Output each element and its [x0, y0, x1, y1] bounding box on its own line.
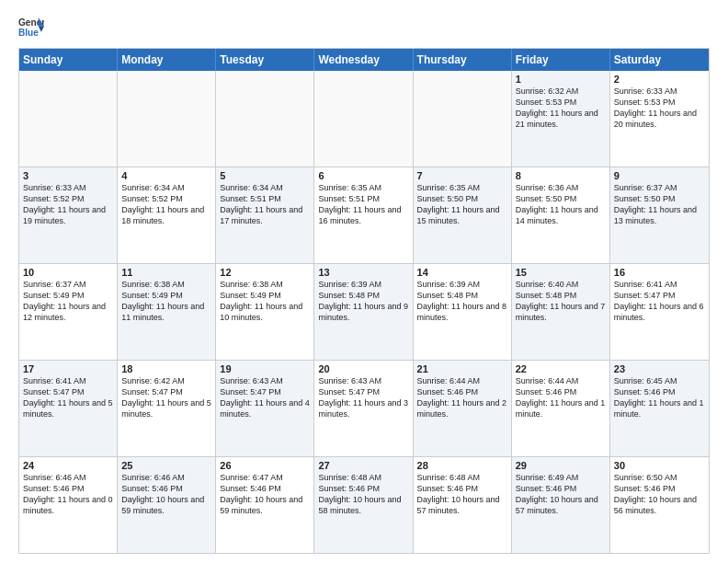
day-info: Sunrise: 6:49 AMSunset: 5:46 PMDaylight:… [516, 472, 606, 517]
day-number: 12 [220, 267, 310, 278]
header-day-friday: Friday [512, 49, 610, 71]
day-info: Sunrise: 6:47 AMSunset: 5:46 PMDaylight:… [220, 472, 310, 517]
day-info: Sunrise: 6:43 AMSunset: 5:47 PMDaylight:… [220, 375, 310, 420]
day-27: 27Sunrise: 6:48 AMSunset: 5:46 PMDayligh… [314, 457, 413, 553]
day-number: 3 [23, 170, 113, 181]
day-number: 14 [417, 267, 507, 278]
header-day-tuesday: Tuesday [216, 49, 314, 71]
empty-cell-0-1 [118, 71, 216, 167]
day-number: 6 [318, 170, 408, 181]
day-info: Sunrise: 6:48 AMSunset: 5:46 PMDaylight:… [417, 472, 507, 517]
day-12: 12Sunrise: 6:38 AMSunset: 5:49 PMDayligh… [216, 264, 314, 360]
day-info: Sunrise: 6:35 AMSunset: 5:51 PMDaylight:… [318, 182, 408, 227]
day-number: 8 [516, 170, 606, 181]
day-info: Sunrise: 6:38 AMSunset: 5:49 PMDaylight:… [121, 279, 211, 324]
day-18: 18Sunrise: 6:42 AMSunset: 5:47 PMDayligh… [118, 361, 216, 456]
day-info: Sunrise: 6:40 AMSunset: 5:48 PMDaylight:… [516, 279, 606, 324]
day-21: 21Sunrise: 6:44 AMSunset: 5:46 PMDayligh… [414, 361, 512, 456]
calendar-row-0: 1Sunrise: 6:32 AMSunset: 5:53 PMDaylight… [19, 71, 709, 167]
day-number: 23 [614, 363, 705, 374]
day-info: Sunrise: 6:50 AMSunset: 5:46 PMDaylight:… [614, 472, 705, 517]
day-29: 29Sunrise: 6:49 AMSunset: 5:46 PMDayligh… [512, 457, 610, 553]
calendar-row-2: 10Sunrise: 6:37 AMSunset: 5:49 PMDayligh… [19, 263, 709, 360]
day-number: 7 [417, 170, 507, 181]
day-number: 9 [614, 170, 705, 181]
day-5: 5Sunrise: 6:34 AMSunset: 5:51 PMDaylight… [216, 167, 314, 263]
day-20: 20Sunrise: 6:43 AMSunset: 5:47 PMDayligh… [314, 361, 413, 456]
calendar-row-4: 24Sunrise: 6:46 AMSunset: 5:46 PMDayligh… [19, 456, 709, 553]
header-day-monday: Monday [118, 49, 216, 71]
day-number: 11 [121, 267, 211, 278]
day-number: 16 [614, 267, 705, 278]
day-number: 4 [121, 170, 211, 181]
day-number: 18 [121, 363, 211, 374]
day-info: Sunrise: 6:44 AMSunset: 5:46 PMDaylight:… [516, 375, 606, 420]
svg-text:Blue: Blue [18, 28, 39, 38]
day-23: 23Sunrise: 6:45 AMSunset: 5:46 PMDayligh… [610, 361, 709, 456]
svg-marker-3 [39, 26, 44, 31]
day-3: 3Sunrise: 6:33 AMSunset: 5:52 PMDaylight… [19, 167, 118, 263]
empty-cell-0-4 [414, 71, 512, 167]
day-info: Sunrise: 6:45 AMSunset: 5:46 PMDaylight:… [614, 375, 705, 420]
header-day-thursday: Thursday [414, 49, 512, 71]
calendar-header: SundayMondayTuesdayWednesdayThursdayFrid… [19, 49, 709, 71]
empty-cell-0-2 [216, 71, 314, 167]
day-25: 25Sunrise: 6:46 AMSunset: 5:46 PMDayligh… [118, 457, 216, 553]
day-number: 26 [220, 460, 310, 471]
day-10: 10Sunrise: 6:37 AMSunset: 5:49 PMDayligh… [19, 264, 118, 360]
day-info: Sunrise: 6:34 AMSunset: 5:52 PMDaylight:… [121, 182, 211, 227]
day-number: 1 [516, 74, 606, 85]
day-28: 28Sunrise: 6:48 AMSunset: 5:46 PMDayligh… [414, 457, 512, 553]
day-info: Sunrise: 6:43 AMSunset: 5:47 PMDaylight:… [318, 375, 408, 420]
day-4: 4Sunrise: 6:34 AMSunset: 5:52 PMDaylight… [118, 167, 216, 263]
day-info: Sunrise: 6:39 AMSunset: 5:48 PMDaylight:… [417, 279, 507, 324]
day-7: 7Sunrise: 6:35 AMSunset: 5:50 PMDaylight… [414, 167, 512, 263]
day-number: 19 [220, 363, 310, 374]
day-number: 5 [220, 170, 310, 181]
day-info: Sunrise: 6:46 AMSunset: 5:46 PMDaylight:… [23, 472, 113, 517]
day-number: 25 [121, 460, 211, 471]
day-6: 6Sunrise: 6:35 AMSunset: 5:51 PMDaylight… [314, 167, 413, 263]
day-8: 8Sunrise: 6:36 AMSunset: 5:50 PMDaylight… [512, 167, 610, 263]
calendar-row-1: 3Sunrise: 6:33 AMSunset: 5:52 PMDaylight… [19, 167, 709, 263]
day-17: 17Sunrise: 6:41 AMSunset: 5:47 PMDayligh… [19, 361, 118, 456]
day-9: 9Sunrise: 6:37 AMSunset: 5:50 PMDaylight… [610, 167, 709, 263]
day-info: Sunrise: 6:39 AMSunset: 5:48 PMDaylight:… [318, 279, 408, 324]
day-number: 15 [516, 267, 606, 278]
day-number: 20 [318, 363, 408, 374]
day-22: 22Sunrise: 6:44 AMSunset: 5:46 PMDayligh… [512, 361, 610, 456]
day-24: 24Sunrise: 6:46 AMSunset: 5:46 PMDayligh… [19, 457, 118, 553]
day-number: 24 [23, 460, 113, 471]
day-1: 1Sunrise: 6:32 AMSunset: 5:53 PMDaylight… [512, 71, 610, 167]
day-number: 17 [23, 363, 113, 374]
day-2: 2Sunrise: 6:33 AMSunset: 5:53 PMDaylight… [610, 71, 709, 167]
day-info: Sunrise: 6:37 AMSunset: 5:49 PMDaylight:… [23, 279, 113, 324]
header-day-wednesday: Wednesday [314, 49, 413, 71]
empty-cell-0-3 [314, 71, 413, 167]
day-number: 10 [23, 267, 113, 278]
day-number: 27 [318, 460, 408, 471]
day-info: Sunrise: 6:44 AMSunset: 5:46 PMDaylight:… [417, 375, 507, 420]
calendar: SundayMondayTuesdayWednesdayThursdayFrid… [18, 48, 710, 554]
day-19: 19Sunrise: 6:43 AMSunset: 5:47 PMDayligh… [216, 361, 314, 456]
day-16: 16Sunrise: 6:41 AMSunset: 5:47 PMDayligh… [610, 264, 709, 360]
day-info: Sunrise: 6:32 AMSunset: 5:53 PMDaylight:… [516, 86, 606, 131]
day-info: Sunrise: 6:36 AMSunset: 5:50 PMDaylight:… [516, 182, 606, 227]
day-13: 13Sunrise: 6:39 AMSunset: 5:48 PMDayligh… [314, 264, 413, 360]
header-day-saturday: Saturday [610, 49, 709, 71]
day-15: 15Sunrise: 6:40 AMSunset: 5:48 PMDayligh… [512, 264, 610, 360]
day-number: 28 [417, 460, 507, 471]
day-number: 21 [417, 363, 507, 374]
header-day-sunday: Sunday [19, 49, 118, 71]
day-info: Sunrise: 6:46 AMSunset: 5:46 PMDaylight:… [121, 472, 211, 517]
day-info: Sunrise: 6:41 AMSunset: 5:47 PMDaylight:… [614, 279, 705, 324]
day-11: 11Sunrise: 6:38 AMSunset: 5:49 PMDayligh… [118, 264, 216, 360]
empty-cell-0-0 [19, 71, 118, 167]
day-number: 22 [516, 363, 606, 374]
day-info: Sunrise: 6:34 AMSunset: 5:51 PMDaylight:… [220, 182, 310, 227]
day-info: Sunrise: 6:41 AMSunset: 5:47 PMDaylight:… [23, 375, 113, 420]
day-info: Sunrise: 6:33 AMSunset: 5:52 PMDaylight:… [23, 182, 113, 227]
generalblue-icon: General Blue [18, 15, 44, 40]
day-26: 26Sunrise: 6:47 AMSunset: 5:46 PMDayligh… [216, 457, 314, 553]
day-info: Sunrise: 6:37 AMSunset: 5:50 PMDaylight:… [614, 182, 705, 227]
